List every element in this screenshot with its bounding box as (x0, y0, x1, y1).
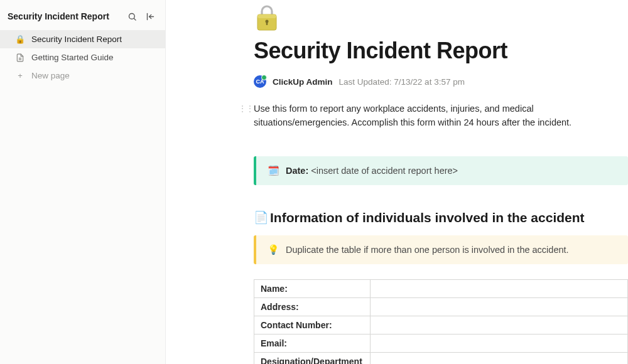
main-content: Security Incident Report CA ClickUp Admi… (166, 0, 628, 364)
row-label[interactable]: Contact Number: (254, 316, 371, 334)
date-callout[interactable]: 🗓️ Date: <insert date of accident report… (254, 156, 628, 185)
search-icon[interactable] (127, 12, 137, 21)
sidebar-item-label: Getting Started Guide (31, 53, 114, 62)
table-row: Address: (254, 297, 628, 316)
svg-rect-9 (266, 21, 268, 25)
drag-handle-icon[interactable]: ⋮⋮ (239, 104, 254, 113)
page-title[interactable]: Security Incident Report (254, 38, 628, 64)
individuals-table[interactable]: Name: Address: Contact Number: Email: De… (254, 279, 628, 364)
sidebar: Security Incident Report 🔒 Security Inci… (0, 0, 166, 364)
workspace-title: Security Incident Report (8, 11, 127, 21)
table-row: Contact Number: (254, 316, 628, 334)
author-avatar[interactable]: CA (254, 75, 266, 88)
row-value[interactable] (371, 352, 628, 364)
calendar-icon: 🗓️ (268, 165, 279, 176)
row-label[interactable]: Name: (254, 279, 371, 297)
table-row: Name: (254, 279, 628, 297)
section-heading-individuals[interactable]: 📄Information of individuals involved in … (254, 210, 628, 225)
sidebar-item-getting-started[interactable]: Getting Started Guide (0, 48, 165, 67)
byline: CA ClickUp Admin Last Updated: 7/13/22 a… (254, 75, 628, 88)
sidebar-item-label: New page (31, 71, 70, 80)
row-label[interactable]: Address: (254, 297, 371, 316)
row-label[interactable]: Email: (254, 334, 371, 352)
bulb-icon: 💡 (268, 244, 279, 255)
sidebar-page-list: 🔒 Security Incident Report Getting Start… (0, 30, 165, 85)
row-label[interactable]: Designation/Department (254, 352, 371, 364)
plus-icon: + (15, 71, 25, 80)
row-value[interactable] (371, 279, 628, 297)
sidebar-item-label: Security Incident Report (31, 35, 122, 44)
row-value[interactable] (371, 316, 628, 334)
page-icon: 📄 (254, 210, 269, 225)
date-label: Date: (286, 166, 311, 176)
hint-text: Duplicate the table if more than one per… (286, 245, 569, 255)
date-placeholder: <insert date of accident report here> (311, 166, 458, 176)
page-hero-lock-icon[interactable] (254, 4, 628, 33)
intro-paragraph[interactable]: Use this form to report any workplace ac… (254, 102, 628, 130)
table-row: Email: (254, 334, 628, 352)
hint-callout[interactable]: 💡 Duplicate the table if more than one p… (254, 235, 628, 264)
author-name: ClickUp Admin (273, 77, 333, 87)
lock-icon: 🔒 (15, 35, 25, 44)
table-row: Designation/Department (254, 352, 628, 364)
sidebar-new-page[interactable]: + New page (0, 67, 165, 85)
row-value[interactable] (371, 334, 628, 352)
last-updated: Last Updated: 7/13/22 at 3:57 pm (339, 77, 465, 87)
document-icon (15, 53, 25, 62)
sidebar-header: Security Incident Report (0, 8, 165, 30)
svg-rect-7 (257, 14, 276, 18)
collapse-sidebar-icon[interactable] (146, 12, 155, 21)
sidebar-item-security-report[interactable]: 🔒 Security Incident Report (0, 30, 165, 48)
row-value[interactable] (371, 297, 628, 316)
svg-line-1 (134, 18, 136, 20)
